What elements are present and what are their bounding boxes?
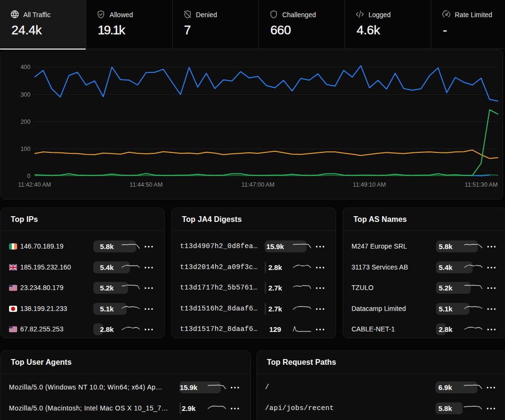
svg-text:200: 200 — [20, 119, 30, 125]
svg-text:0: 0 — [27, 173, 30, 180]
svg-text:100: 100 — [20, 146, 30, 152]
svg-text:11:49:10 AM: 11:49:10 AM — [353, 181, 386, 188]
svg-text:11:42:40 AM: 11:42:40 AM — [18, 181, 51, 188]
svg-text:11:44:50 AM: 11:44:50 AM — [129, 181, 162, 188]
svg-text:11:51:30 AM: 11:51:30 AM — [465, 181, 497, 188]
svg-text:400: 400 — [20, 64, 30, 70]
svg-text:300: 300 — [20, 91, 30, 98]
svg-text:11:47:00 AM: 11:47:00 AM — [241, 181, 274, 188]
